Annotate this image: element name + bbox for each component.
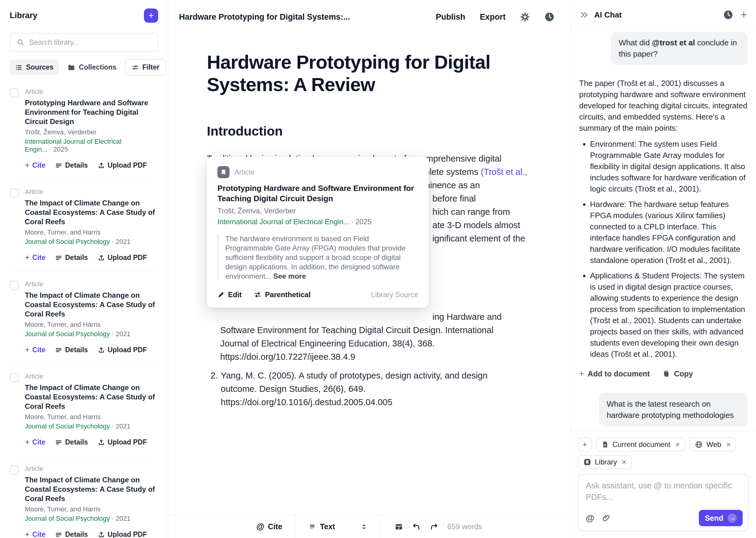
- reference-2-text: Yang, M. C. (2005). A study of prototype…: [221, 369, 523, 409]
- ai-chat-panel: AI Chat + What did @trost et al conclude…: [570, 0, 756, 538]
- details-icon: [55, 531, 62, 538]
- source-checkbox[interactable]: [10, 281, 19, 290]
- source-journal[interactable]: Journal of Social Psychology: [25, 422, 110, 430]
- search-input[interactable]: [29, 38, 152, 47]
- tab-collections[interactable]: Collections: [68, 63, 117, 72]
- add-to-document-label: Add to document: [588, 369, 650, 378]
- source-title[interactable]: The Impact of Climate Change on Coastal …: [25, 198, 158, 226]
- context-chip-current-document[interactable]: Current document ×: [596, 438, 685, 452]
- redo-icon[interactable]: [430, 522, 438, 531]
- context-chip-web[interactable]: Web ×: [689, 438, 736, 452]
- library-search[interactable]: [10, 33, 158, 52]
- source-title[interactable]: The Impact of Climate Change on Coastal …: [25, 383, 158, 411]
- send-button[interactable]: Send →: [699, 510, 743, 526]
- chat-history-clock-icon[interactable]: [723, 10, 733, 20]
- context-chip-library[interactable]: Library ×: [578, 455, 632, 469]
- tab-sources[interactable]: Sources: [10, 60, 59, 75]
- details-button[interactable]: Details: [55, 438, 88, 446]
- cite-button[interactable]: +Cite: [25, 530, 45, 538]
- upload-label: Upload PDF: [108, 346, 147, 354]
- export-button[interactable]: Export: [480, 12, 506, 22]
- parenthetical-label: Parenthetical: [265, 291, 310, 299]
- upload-pdf-button[interactable]: Upload PDF: [98, 438, 147, 446]
- filter-button[interactable]: Filter: [125, 59, 166, 76]
- details-button[interactable]: Details: [55, 253, 88, 262]
- cite-label: Cite: [32, 530, 45, 538]
- upload-pdf-button[interactable]: Upload PDF: [98, 253, 147, 262]
- reference-1-text[interactable]: Software Environment for Teaching Digita…: [220, 323, 506, 363]
- chat-input[interactable]: [586, 480, 742, 510]
- add-source-button[interactable]: +: [144, 9, 158, 23]
- mention[interactable]: @trost et al: [652, 38, 695, 47]
- send-arrow-icon: →: [728, 513, 737, 522]
- cite-button[interactable]: +Cite: [25, 161, 45, 170]
- source-title[interactable]: The Impact of Climate Change on Coastal …: [25, 475, 158, 503]
- source-title[interactable]: Prototyping Hardware and Software Enviro…: [25, 98, 158, 126]
- chat-input-box[interactable]: @ Send →: [578, 474, 749, 531]
- reference-2[interactable]: 2. Yang, M. C. (2005). A study of protot…: [211, 369, 528, 409]
- details-button[interactable]: Details: [55, 530, 88, 538]
- details-label: Details: [65, 253, 88, 262]
- upload-icon: [98, 254, 105, 261]
- source-journal[interactable]: Journal of Social Psychology: [25, 238, 110, 245]
- edit-citation-button[interactable]: Edit: [217, 291, 242, 299]
- source-checkbox[interactable]: [10, 465, 19, 474]
- popup-authors: Trošt, Žemva, Verderber: [217, 207, 418, 215]
- cite-button[interactable]: +Cite: [25, 438, 45, 447]
- details-icon: [55, 439, 62, 446]
- close-icon[interactable]: ×: [622, 457, 626, 467]
- close-icon[interactable]: ×: [675, 440, 680, 449]
- source-checkbox[interactable]: [10, 88, 19, 97]
- dot-separator: ·: [351, 218, 354, 226]
- parenthetical-toggle-button[interactable]: Parenthetical: [254, 291, 310, 299]
- publish-button[interactable]: Publish: [436, 12, 465, 22]
- details-icon: [55, 347, 62, 354]
- popup-source-title[interactable]: Prototyping Hardware and Software Enviro…: [217, 183, 418, 204]
- cite-label: Cite: [32, 253, 45, 262]
- close-icon[interactable]: ×: [726, 440, 731, 449]
- mention-at-icon[interactable]: @: [586, 513, 594, 523]
- library-source-label: Library Source: [371, 291, 418, 299]
- quote-text: The hardware environment is based on Fie…: [225, 235, 405, 280]
- details-icon: [55, 254, 62, 261]
- copy-button[interactable]: Copy: [663, 369, 693, 378]
- cite-button[interactable]: +Cite: [25, 345, 45, 354]
- upload-pdf-button[interactable]: Upload PDF: [98, 530, 147, 538]
- collapse-chevrons-icon[interactable]: [580, 10, 589, 19]
- search-icon: [16, 38, 25, 47]
- upload-label: Upload PDF: [108, 161, 147, 169]
- source-journal[interactable]: International Journal of Electrical Engi…: [25, 138, 121, 153]
- source-title[interactable]: The Impact of Climate Change on Coastal …: [25, 291, 158, 319]
- copy-icon: [663, 370, 670, 378]
- cite-button[interactable]: +Cite: [25, 253, 45, 262]
- upload-icon: [98, 439, 105, 446]
- source-journal[interactable]: Journal of Social Psychology: [25, 515, 110, 522]
- see-more-link[interactable]: See more: [273, 272, 306, 280]
- toolbar-cite-button[interactable]: @ Cite: [257, 522, 282, 531]
- new-chat-button[interactable]: +: [740, 9, 747, 20]
- text-style-dropdown[interactable]: Text: [309, 522, 368, 531]
- upload-icon: [98, 531, 105, 538]
- document-title[interactable]: Hardware Prototyping for Digital Systems…: [207, 51, 518, 96]
- section-heading[interactable]: Introduction: [207, 124, 528, 138]
- popup-journal[interactable]: International Journal of Electrical Engi…: [217, 218, 349, 226]
- upload-pdf-button[interactable]: Upload PDF: [98, 161, 147, 169]
- details-button[interactable]: Details: [55, 161, 88, 169]
- dot-separator: ·: [112, 422, 114, 430]
- attachment-paperclip-icon[interactable]: [602, 514, 611, 522]
- source-journal[interactable]: Journal of Social Psychology: [25, 330, 110, 338]
- source-checkbox[interactable]: [10, 188, 19, 197]
- message-text: What did: [619, 38, 652, 47]
- table-icon[interactable]: [395, 522, 403, 531]
- source-type-label: Article: [25, 465, 158, 473]
- gear-icon[interactable]: [520, 12, 530, 22]
- details-button[interactable]: Details: [55, 346, 88, 354]
- add-context-button[interactable]: +: [578, 438, 592, 452]
- history-clock-icon[interactable]: [544, 12, 555, 22]
- source-checkbox[interactable]: [10, 373, 19, 382]
- upload-pdf-button[interactable]: Upload PDF: [98, 346, 147, 354]
- undo-icon[interactable]: [412, 522, 421, 531]
- add-to-document-button[interactable]: + Add to document: [579, 369, 650, 379]
- upload-icon: [98, 347, 105, 354]
- chat-messages[interactable]: What did @trost et al conclude in this p…: [571, 30, 756, 431]
